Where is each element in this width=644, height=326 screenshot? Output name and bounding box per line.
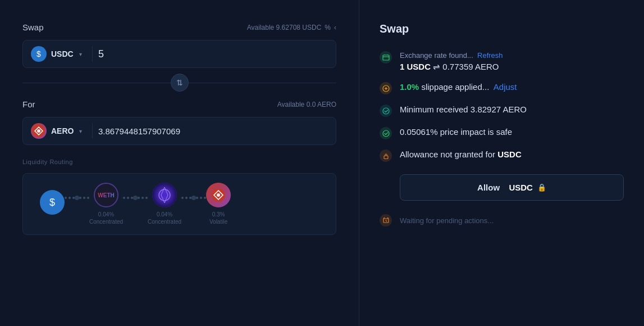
route-dot-1 [75, 196, 79, 200]
route-aerofull-icon [152, 183, 177, 207]
from-token-selector[interactable]: $ USDC ▾ [31, 46, 93, 62]
right-panel: Swap Exchange rate found... Refresh 1 US… [359, 0, 644, 326]
route-dot-3 [191, 196, 196, 200]
from-token-symbol: USDC [51, 49, 74, 58]
svg-point-6 [217, 193, 220, 197]
waiting-icon [380, 214, 392, 227]
allowance-item: Allowance not granted for USDC [380, 150, 624, 162]
allowance-icon [380, 150, 392, 162]
from-token-row: $ USDC ▾ [22, 40, 336, 68]
route-aero-label: 0.3%Volatile [209, 211, 227, 225]
svg-point-15 [383, 130, 389, 137]
adjust-link[interactable]: Adjust [494, 82, 517, 92]
allow-button-wrapper: Allow USDC 🔒 [400, 172, 624, 201]
waiting-label: Waiting for pending actions... [400, 216, 494, 225]
route-aero-icon [206, 183, 231, 207]
route-dots-2 [79, 197, 89, 211]
liquidity-routing-section: Liquidity Routing $ W [22, 159, 336, 235]
liquidity-routing-title: Liquidity Routing [22, 159, 336, 165]
waiting-item: Waiting for pending actions... [380, 214, 624, 227]
route-dots-3 [123, 197, 133, 211]
available-amount: Available 9.62708 USDC [247, 24, 322, 31]
allow-button-label: Allow [477, 183, 504, 192]
exchange-rate-item: Exchange rate found... Refresh 1 USDC ⇌ … [380, 51, 624, 72]
slippage-value: 1.0% slippage applied... Adjust [400, 82, 517, 92]
exchange-rate-value: 1 USDC ⇌ 0.77359 AERO [400, 62, 503, 72]
route-dots-5 [181, 197, 191, 211]
route-weth-icon: WETH [94, 183, 118, 207]
min-received-value: Minimum received 3.82927 AERO [400, 105, 527, 114]
swap-section-title: Swap [22, 22, 44, 32]
for-label: For [22, 99, 35, 109]
slippage-icon [380, 82, 392, 94]
from-token-chevron-icon: ▾ [79, 51, 82, 57]
svg-line-21 [386, 221, 387, 221]
for-header: For Available 0.0 AERO [22, 99, 336, 109]
from-amount-input[interactable] [98, 48, 328, 60]
slippage-item: 1.0% slippage applied... Adjust [380, 82, 624, 94]
svg-point-1 [37, 129, 40, 133]
to-token-selector[interactable]: AERO ▾ [31, 123, 93, 139]
to-token-symbol: AERO [51, 126, 74, 135]
svg-point-4 [162, 192, 167, 198]
route-dots-1 [65, 197, 75, 211]
for-available-balance: Available 0.0 AERO [277, 101, 336, 108]
price-impact-icon [380, 127, 392, 139]
lock-icon: 🔒 [537, 183, 546, 192]
to-token-chevron-icon: ▾ [79, 128, 82, 134]
left-panel: Swap Available 9.62708 USDC % ‹ $ USDC ▾… [0, 0, 359, 326]
route-dots-6 [196, 197, 206, 211]
swap-header: Swap Available 9.62708 USDC % ‹ [22, 22, 336, 32]
price-impact-content: 0.05061% price impact is safe [400, 127, 512, 137]
liquidity-route: $ WETH 0.04%Concentrated [34, 183, 325, 225]
price-impact-value: 0.05061% price impact is safe [400, 127, 512, 137]
route-dot-2 [133, 196, 138, 200]
exchange-rate-label: Exchange rate found... Refresh [400, 51, 503, 60]
price-impact-item: 0.05061% price impact is safe [380, 127, 624, 139]
route-node-usdc: $ [40, 190, 65, 218]
route-usdc-icon: $ [40, 190, 65, 215]
allow-button-token: USDC [509, 183, 533, 192]
chevron-left-icon[interactable]: ‹ [334, 24, 336, 31]
allowance-value: Allowance not granted for USDC [400, 150, 522, 159]
refresh-link[interactable]: Refresh [477, 51, 503, 60]
svg-point-14 [383, 108, 389, 114]
exchange-rate-icon [380, 51, 392, 64]
route-node-weth: WETH 0.04%Concentrated [89, 183, 123, 225]
swap-direction-button[interactable]: ⇅ [171, 74, 189, 92]
route-node-aero: 0.3%Volatile [206, 183, 231, 225]
slippage-content: 1.0% slippage applied... Adjust [400, 82, 517, 92]
route-aerofull-label: 0.04%Concentrated [148, 211, 181, 225]
to-token-row: AERO ▾ [22, 117, 336, 145]
pct-icon[interactable]: % [325, 24, 331, 31]
exchange-rate-content: Exchange rate found... Refresh 1 USDC ⇌ … [400, 51, 503, 72]
min-received-item: Minimum received 3.82927 AERO [380, 105, 624, 117]
aero-icon [31, 123, 47, 139]
min-received-icon [380, 105, 392, 117]
available-balance: Available 9.62708 USDC % ‹ [247, 24, 336, 31]
usdc-icon: $ [31, 46, 47, 62]
to-amount-input[interactable] [98, 126, 328, 136]
allow-usdc-button[interactable]: Allow USDC 🔒 [400, 174, 624, 201]
svg-rect-7 [383, 55, 389, 60]
allowance-content: Allowance not granted for USDC [400, 150, 522, 159]
swap-direction-divider: ⇅ [22, 74, 336, 92]
swap-info-list: Exchange rate found... Refresh 1 USDC ⇌ … [380, 51, 624, 227]
svg-rect-16 [384, 156, 388, 159]
route-dots-4 [138, 197, 148, 211]
min-received-content: Minimum received 3.82927 AERO [400, 105, 527, 114]
right-panel-title: Swap [380, 22, 624, 35]
route-weth-label: 0.04%Concentrated [89, 211, 123, 225]
route-node-aerofull: 0.04%Concentrated [148, 183, 181, 225]
